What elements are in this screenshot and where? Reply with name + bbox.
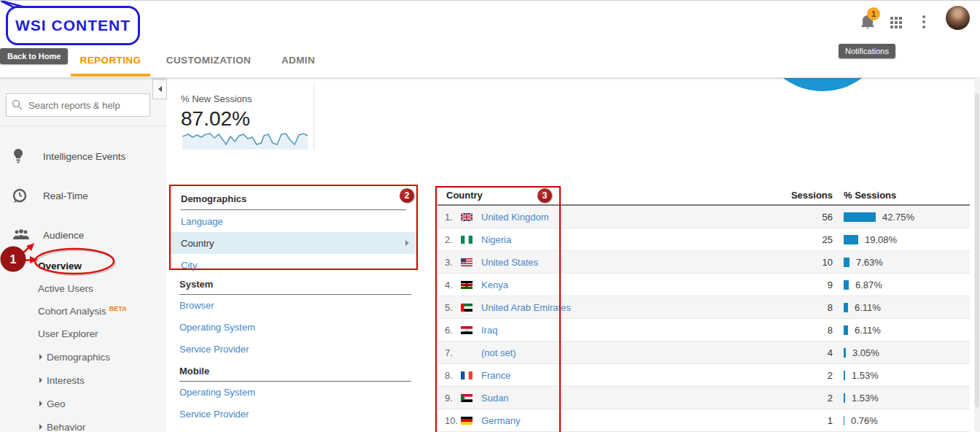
sessions-value: 9 (745, 279, 833, 290)
pct-bar (844, 235, 858, 244)
column-header-country[interactable]: Country (438, 190, 745, 201)
metric-label: % New Sessions (181, 93, 252, 104)
avatar[interactable] (946, 6, 970, 30)
pct-sessions-cell: 42.75% (833, 212, 970, 223)
row-rank: 1. (438, 212, 461, 223)
country-link[interactable]: Sudan (481, 393, 745, 404)
pct-bar (844, 393, 845, 403)
demographics-title: Demographics (171, 186, 416, 209)
sidebar-item-audience[interactable]: Audience (0, 215, 166, 255)
sidebar-item-cohort-analysis[interactable]: Cohort AnalysisBETA (0, 300, 166, 323)
demographics-link-city[interactable]: City (171, 254, 416, 276)
tab-reporting[interactable]: REPORTING (71, 53, 150, 69)
system-link-operating-system[interactable]: Operating System (179, 317, 411, 339)
table-row: 4. Kenya 9 6.87% (438, 274, 970, 296)
table-row: 8. France 2 1.53% (438, 364, 970, 387)
system-link-service-provider[interactable]: Service Provider (179, 339, 411, 360)
mobile-link-operating-system[interactable]: Operating System (179, 382, 411, 404)
sessions-value: 25 (745, 234, 833, 245)
country-link[interactable]: (not set) (481, 347, 745, 358)
expand-triangle-icon (39, 354, 42, 360)
expand-triangle-icon (39, 377, 42, 383)
demographics-link-country[interactable]: Country (171, 232, 416, 254)
pct-bar (844, 325, 848, 335)
country-link[interactable]: Kenya (481, 279, 745, 290)
sessions-value: 8 (745, 325, 833, 336)
flag-gb-icon (461, 213, 481, 221)
pct-bar (844, 303, 848, 312)
flag-sd-icon (461, 394, 481, 402)
pct-value: 1.53% (852, 393, 879, 404)
sessions-value: 2 (745, 393, 833, 404)
pct-sessions-cell: 1.53% (833, 393, 970, 404)
demographics-link-language[interactable]: Language (171, 210, 416, 232)
table-row: 3. United States 10 7.63% (438, 251, 970, 274)
scrollbar-thumb[interactable] (975, 93, 979, 407)
pct-bar (844, 371, 845, 380)
country-link[interactable]: Nigeria (481, 234, 745, 245)
pct-bar (844, 348, 846, 358)
sidebar-item-demographics[interactable]: Demographics (0, 345, 166, 369)
divider (0, 126, 166, 126)
sidebar-item-real-time[interactable]: Real-Time (0, 176, 166, 215)
sidebar-item-label: Cohort Analysis (38, 306, 106, 317)
pct-sessions-cell: 0.76% (833, 415, 970, 426)
pct-value: 6.11% (855, 302, 881, 313)
sessions-value: 10 (745, 257, 833, 268)
sidebar-item-overview[interactable]: Overview (0, 255, 166, 277)
sidebar-item-label: User Explorer (38, 328, 98, 339)
table-row: 10. Germany 1 0.76% (438, 409, 970, 432)
system-link-browser[interactable]: Browser (179, 295, 411, 317)
country-link[interactable]: France (481, 370, 745, 381)
sidebar-item-user-explorer[interactable]: User Explorer (0, 323, 166, 345)
analytics-screen: WSI CONTENT HOME REPORTING CUSTOMIZATION… (0, 0, 980, 432)
row-rank: 7. (438, 347, 461, 358)
sidebar-item-label: Behavior (47, 422, 85, 432)
sidebar-item-intelligence-events[interactable]: Intelligence Events (0, 136, 166, 176)
sparkline-chart (182, 130, 308, 150)
tab-admin[interactable]: ADMIN (280, 53, 316, 69)
notification-count-badge: 1 (867, 7, 880, 20)
pct-sessions-cell: 1.53% (833, 370, 970, 381)
sessions-value: 4 (745, 347, 833, 358)
pct-sessions-cell: 6.11% (833, 325, 970, 336)
sidebar-item-behavior[interactable]: Behavior (0, 415, 166, 432)
sidebar-item-label: Overview (38, 261, 82, 271)
active-tab-underline (71, 74, 150, 77)
column-header-pct-sessions[interactable]: % Sessions (833, 190, 970, 201)
sidebar-item-geo[interactable]: Geo (0, 392, 166, 415)
row-rank: 8. (438, 370, 461, 381)
sidebar-item-active-users[interactable]: Active Users (0, 277, 166, 300)
tab-customization[interactable]: CUSTOMIZATION (165, 53, 252, 69)
people-icon (12, 229, 31, 241)
apps-grid-icon[interactable] (890, 17, 905, 31)
country-link[interactable]: Germany (481, 415, 745, 426)
country-link[interactable]: United Arab Emirates (481, 302, 745, 313)
row-rank: 10. (438, 415, 461, 426)
overflow-menu-icon[interactable] (922, 15, 925, 31)
sidebar-collapse-button[interactable] (152, 79, 167, 99)
mobile-link-service-provider[interactable]: Service Provider (179, 404, 411, 425)
pct-sessions-cell: 7.63% (833, 257, 970, 268)
search-icon (12, 99, 23, 110)
sidebar-item-label: Geo (47, 398, 66, 409)
pct-value: 42.75% (882, 212, 914, 223)
row-rank: 4. (438, 279, 461, 290)
sidebar-item-label: Intelligence Events (43, 151, 125, 162)
country-link[interactable]: Iraq (481, 325, 745, 336)
system-panel: System BrowserOperating SystemService Pr… (179, 279, 411, 360)
back-to-home-tooltip: Back to Home (0, 48, 68, 64)
pct-value: 6.11% (855, 325, 881, 336)
logo: WSI CONTENT (6, 6, 140, 45)
country-link[interactable]: United Kingdom (481, 212, 745, 223)
demographics-panel: Demographics LanguageCountryCity (169, 185, 418, 270)
table-row: 1. United Kingdom 56 42.75% (438, 206, 970, 228)
search-input[interactable] (27, 94, 147, 116)
row-rank: 3. (438, 257, 461, 268)
pct-value: 1.53% (852, 370, 879, 381)
flag-ng-icon (461, 236, 481, 244)
country-link[interactable]: United States (481, 257, 745, 268)
sidebar-item-interests[interactable]: Interests (0, 369, 166, 392)
notifications-tooltip: Notifications (839, 44, 895, 58)
column-header-sessions[interactable]: Sessions (745, 190, 833, 201)
